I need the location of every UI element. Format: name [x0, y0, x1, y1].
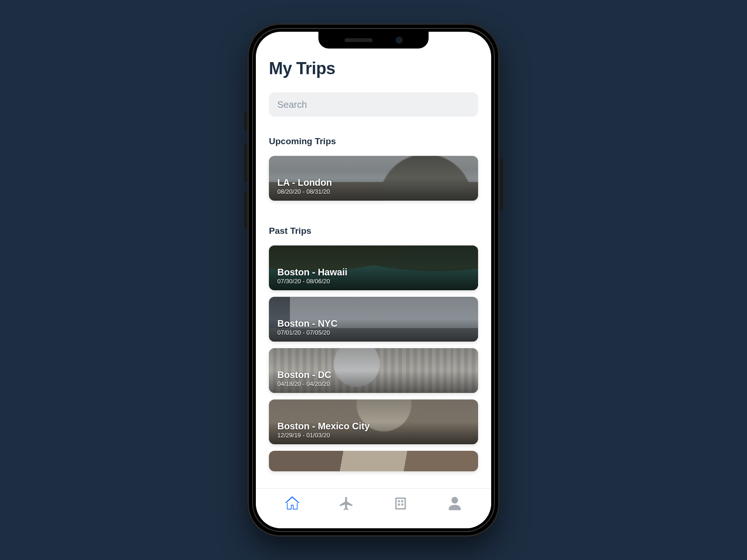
- trip-dates: 12/29/19 - 01/03/20: [277, 432, 470, 439]
- trip-card-cutoff[interactable]: [269, 451, 478, 471]
- past-heading: Past Trips: [269, 226, 478, 236]
- person-icon: [447, 496, 463, 513]
- trip-card-boston-dc[interactable]: Boston - DC 04/18/20 - 04/20/20: [269, 348, 478, 393]
- trip-title: LA - London: [277, 177, 470, 188]
- tab-bar: [256, 488, 491, 528]
- tab-hotels[interactable]: [389, 494, 412, 515]
- phone-frame: My Trips Upcoming Trips LA - London 08/2…: [247, 23, 500, 537]
- trip-dates: 08/20/20 - 08/31/20: [277, 188, 470, 195]
- trip-dates: 07/30/20 - 08/06/20: [277, 278, 470, 285]
- trip-card-boston-nyc[interactable]: Boston - NYC 07/01/20 - 07/05/20: [269, 297, 478, 342]
- building-icon: [393, 496, 409, 513]
- trip-title: Boston - Mexico City: [277, 421, 470, 432]
- tab-flights[interactable]: [335, 494, 358, 515]
- trip-title: Boston - DC: [277, 370, 470, 380]
- trip-dates: 04/18/20 - 04/20/20: [277, 380, 470, 387]
- trip-card-boston-mexico-city[interactable]: Boston - Mexico City 12/29/19 - 01/03/20: [269, 399, 478, 444]
- content-area: My Trips Upcoming Trips LA - London 08/2…: [256, 32, 491, 488]
- device-notch: [318, 32, 429, 49]
- tab-profile[interactable]: [444, 494, 466, 515]
- trip-title: Boston - Hawaii: [277, 267, 470, 278]
- search-input[interactable]: [269, 92, 478, 117]
- airplane-icon: [338, 496, 354, 513]
- home-icon: [284, 496, 300, 513]
- tab-home[interactable]: [281, 494, 303, 515]
- upcoming-heading: Upcoming Trips: [269, 136, 478, 147]
- past-section: Past Trips Boston - Hawaii 07/30/20 - 08…: [269, 226, 478, 471]
- screen: My Trips Upcoming Trips LA - London 08/2…: [256, 32, 491, 528]
- upcoming-section: Upcoming Trips LA - London 08/20/20 - 08…: [269, 136, 478, 201]
- trip-dates: 07/01/20 - 07/05/20: [277, 329, 470, 336]
- trip-title: Boston - NYC: [277, 318, 470, 329]
- trip-card-la-london[interactable]: LA - London 08/20/20 - 08/31/20: [269, 156, 478, 201]
- trip-card-boston-hawaii[interactable]: Boston - Hawaii 07/30/20 - 08/06/20: [269, 245, 478, 290]
- page-title: My Trips: [269, 59, 478, 78]
